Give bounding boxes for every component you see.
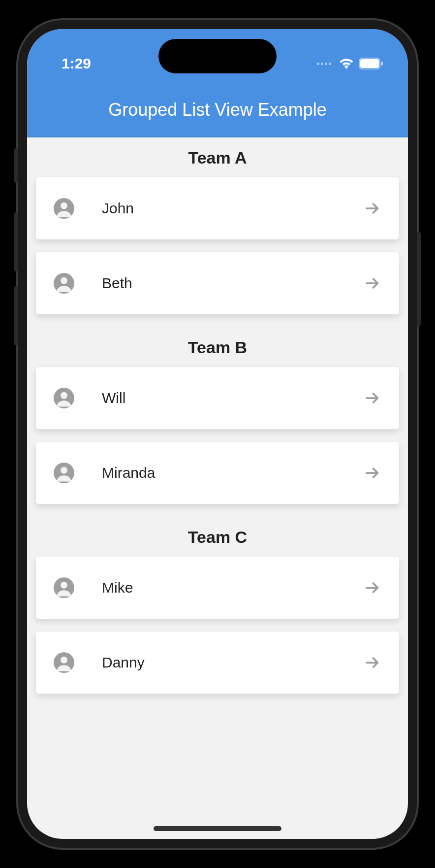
- chevron-right-icon: [364, 274, 381, 292]
- list-item-label: Mike: [74, 579, 364, 596]
- group-header: Team A: [27, 137, 408, 177]
- wifi-icon: [339, 58, 354, 69]
- list-item[interactable]: Mike: [36, 557, 399, 619]
- list-item-label: Miranda: [74, 465, 364, 481]
- list-item-label: Beth: [74, 275, 364, 292]
- list-item-label: John: [74, 200, 364, 217]
- person-icon: [54, 652, 74, 673]
- svg-rect-2: [381, 62, 383, 66]
- home-indicator[interactable]: [154, 826, 281, 831]
- dynamic-island: [158, 39, 277, 73]
- list-item[interactable]: Beth: [36, 252, 399, 314]
- status-time: 1:29: [62, 55, 91, 72]
- svg-point-6: [61, 277, 67, 284]
- power-button: [417, 232, 421, 326]
- phone-device-frame: 1:29 Grouped List View Example Team A: [18, 20, 417, 848]
- person-icon: [54, 577, 74, 598]
- list-item-label: Will: [74, 390, 364, 406]
- cellular-indicator: [317, 63, 331, 65]
- list-item-label: Danny: [74, 654, 364, 671]
- svg-point-8: [61, 392, 67, 399]
- person-icon: [54, 463, 74, 483]
- group-header: Team C: [27, 517, 408, 557]
- person-icon: [54, 198, 74, 219]
- status-right: [317, 58, 383, 69]
- volume-down-button: [14, 286, 18, 345]
- person-icon: [54, 388, 74, 408]
- chevron-right-icon: [364, 389, 381, 407]
- svg-point-14: [61, 657, 67, 664]
- svg-point-10: [61, 467, 67, 474]
- phone-screen: 1:29 Grouped List View Example Team A: [27, 29, 408, 839]
- person-icon: [54, 273, 74, 294]
- group-header: Team B: [27, 327, 408, 367]
- battery-icon: [359, 58, 383, 69]
- volume-up-button: [14, 212, 18, 271]
- chevron-right-icon: [364, 464, 381, 482]
- list-item[interactable]: Will: [36, 367, 399, 429]
- list-item[interactable]: Miranda: [36, 442, 399, 504]
- svg-point-4: [61, 202, 67, 209]
- page-title: Grouped List View Example: [108, 100, 327, 120]
- chevron-right-icon: [364, 654, 381, 671]
- list-item[interactable]: John: [36, 177, 399, 239]
- chevron-right-icon: [364, 200, 381, 217]
- chevron-right-icon: [364, 579, 381, 597]
- svg-point-12: [61, 582, 67, 589]
- grouped-list[interactable]: Team A John Beth Team B: [27, 137, 408, 839]
- svg-rect-1: [360, 59, 379, 68]
- app-header: Grouped List View Example: [27, 83, 408, 137]
- side-button: [14, 148, 18, 183]
- list-item[interactable]: Danny: [36, 632, 399, 694]
